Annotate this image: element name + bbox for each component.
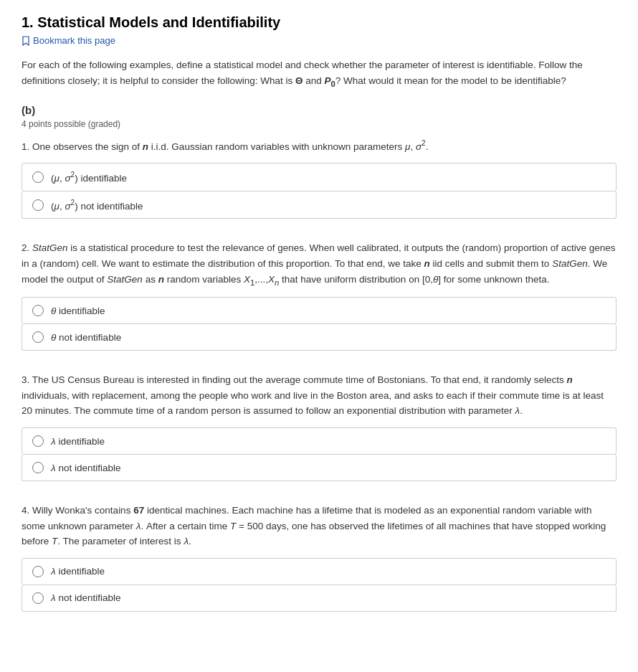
question-1-option-2-label: (μ, σ2) not identifiable <box>51 199 143 212</box>
question-2-option-1-label: θ identifiable <box>51 306 105 316</box>
question-3-option-2-label: λ not identifiable <box>51 463 120 473</box>
question-1-block: 1. One observes the sign of n i.i.d. Gau… <box>22 138 616 219</box>
question-3-radio-1[interactable] <box>32 435 44 447</box>
points-label: 4 points possible (graded) <box>22 119 616 129</box>
question-3-options: λ identifiable λ not identifiable <box>22 427 616 481</box>
question-4-option-1[interactable]: λ identifiable <box>22 558 616 585</box>
question-3-option-2[interactable]: λ not identifiable <box>22 455 616 481</box>
question-2-radio-1[interactable] <box>32 305 44 316</box>
question-2-option-2-label: θ not identifiable <box>51 332 121 343</box>
question-2-block: 2. StatGen is a statistical procedure to… <box>22 240 616 351</box>
question-4-option-1-label: λ identifiable <box>51 566 105 577</box>
question-1-radio-1[interactable] <box>32 171 44 183</box>
question-4-block: 4. Willy Wonka's contains 67 identical m… <box>22 503 616 612</box>
question-2-text: 2. StatGen is a statistical procedure to… <box>22 240 616 288</box>
question-1-option-2[interactable]: (μ, σ2) not identifiable <box>22 191 616 219</box>
bookmark-label: Bookmark this page <box>33 35 115 46</box>
question-2-options: θ identifiable θ not identifiable <box>22 297 616 351</box>
question-3-option-1[interactable]: λ identifiable <box>22 427 616 455</box>
page-title: 1. Statistical Models and Identifiabilit… <box>22 14 616 31</box>
bookmark-link[interactable]: Bookmark this page <box>22 35 115 46</box>
bookmark-icon <box>22 36 30 46</box>
question-4-option-2[interactable]: λ not identifiable <box>22 585 616 612</box>
question-4-option-2-label: λ not identifiable <box>51 592 120 603</box>
question-4-text: 4. Willy Wonka's contains 67 identical m… <box>22 503 616 549</box>
question-1-options: (μ, σ2) identifiable (μ, σ2) not identif… <box>22 163 616 219</box>
intro-text: For each of the following examples, defi… <box>22 57 616 90</box>
question-3-radio-2[interactable] <box>32 462 44 473</box>
section-label: (b) <box>22 104 616 116</box>
question-2-option-2[interactable]: θ not identifiable <box>22 324 616 351</box>
question-1-option-1-label: (μ, σ2) identifiable <box>51 171 127 184</box>
question-4-options: λ identifiable λ not identifiable <box>22 558 616 612</box>
question-1-text: 1. One observes the sign of n i.i.d. Gau… <box>22 138 616 154</box>
question-2-option-1[interactable]: θ identifiable <box>22 297 616 324</box>
question-4-radio-2[interactable] <box>32 592 44 604</box>
question-3-text: 3. The US Census Bureau is interested in… <box>22 372 616 419</box>
question-1-option-1[interactable]: (μ, σ2) identifiable <box>22 163 616 191</box>
question-2-radio-2[interactable] <box>32 331 44 343</box>
question-1-radio-2[interactable] <box>32 199 44 211</box>
question-4-radio-1[interactable] <box>32 566 44 577</box>
question-3-option-1-label: λ identifiable <box>51 436 105 447</box>
question-3-block: 3. The US Census Bureau is interested in… <box>22 372 616 481</box>
